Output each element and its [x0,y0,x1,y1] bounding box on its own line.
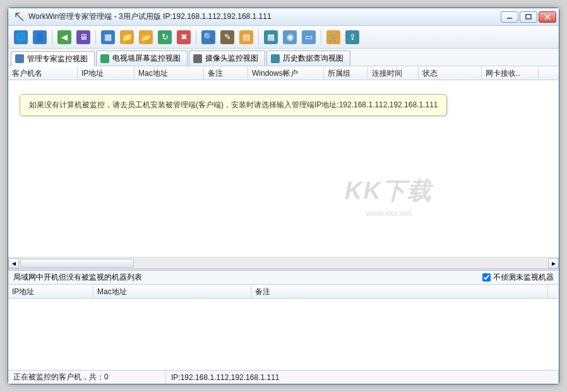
tab-label: 摄像头监控视图 [205,53,258,64]
status-ip: IP:192.168.1.112,192.168.1.111 [166,371,559,384]
no-detect-checkbox[interactable]: 不侦测未监视机器 [482,272,554,283]
column-header[interactable]: IP地址 [78,66,134,80]
horizontal-scrollbar[interactable]: ◂ ▸ [8,257,559,268]
edit-icon: ✎ [220,30,234,44]
tab-label: 电视墙屏幕监控视图 [112,53,181,64]
tab-label: 历史数据查询视图 [283,53,343,64]
toolbar-separator [52,30,52,45]
wall-button[interactable]: ▩ [262,28,280,46]
panel-body [8,299,559,370]
grid-button[interactable]: ▤ [237,28,255,46]
column-header[interactable]: Mac地址 [134,66,204,80]
wall-icon: ▩ [264,30,278,44]
export-button[interactable]: ⇪ [343,28,361,46]
search-icon: 🔍 [201,30,215,44]
titlebar: WorkWin管理专家管理端 - 3用户试用版 IP:192.168.1.112… [8,8,559,26]
window-controls [501,11,556,23]
globe-icon: 🌐 [14,30,28,44]
column-header[interactable]: 客户机名 [8,66,78,80]
screens-icon: ▦ [101,30,115,44]
tab-icon [100,54,109,63]
edit-button[interactable]: ✎ [218,28,236,46]
window-icon: ▭ [302,30,316,44]
arrow-left-button[interactable]: ◀ [56,28,73,46]
column-header[interactable]: 状态 [419,66,482,80]
cart-button[interactable]: 🛒 [325,28,342,46]
tab-camera[interactable]: 摄像头监控视图 [189,50,265,66]
app-icon [15,12,25,22]
toolbar-separator [196,30,196,45]
minimize-button[interactable] [501,11,518,23]
watermark: KK下载 www.kkx.net [345,175,433,218]
tab-monitor[interactable]: 管理专家监控视图 [11,51,95,66]
scroll-thumb[interactable] [20,259,134,268]
status-clients: 正在被监控的客户机，共：0 [8,371,166,384]
panel-grid-header: IP地址Mac地址备注 [8,285,559,299]
monitor-icon: 🖥 [76,30,90,44]
app-window: WorkWin管理专家管理端 - 3用户试用版 IP:192.168.1.112… [8,8,559,384]
column-header[interactable]: 备注 [204,66,248,80]
column-header[interactable]: 连接时间 [368,66,419,80]
globe-button[interactable]: 🌐 [12,28,30,46]
cart-icon: 🛒 [326,30,340,44]
user-button[interactable]: 👤 [31,28,49,46]
panel-title: 局域网中开机但没有被监视的机器列表 [13,272,482,283]
export-icon: ⇪ [345,30,359,44]
grid-header: 客户机名IP地址Mac地址备注Windows帐户所属组连接时间状态网卡接收.. [8,66,559,80]
capture-button[interactable]: ◉ [281,28,299,46]
toolbar-separator [95,30,96,45]
toolbar: 🌐👤◀🖥▦📁📂↻✖🔍✎▤▩◉▭🛒⇪ [8,26,559,49]
screens-button[interactable]: ▦ [99,28,117,46]
refresh-button[interactable]: ↻ [156,28,174,46]
tab-icon [271,54,280,63]
folder-button[interactable]: 📁 [118,28,136,46]
column-header[interactable]: Windows帐户 [248,66,324,80]
unmonitored-panel: 局域网中开机但没有被监视的机器列表 不侦测未监视机器 IP地址Mac地址备注 [8,270,559,370]
hint-balloon: 如果没有计算机被监控，请去员工机安装被管理端(客户端)，安装时请选择输入管理端I… [20,94,447,116]
scroll-track[interactable] [19,258,548,268]
panel-header: 局域网中开机但没有被监视的机器列表 不侦测未监视机器 [8,271,559,285]
toolbar-separator [321,30,321,45]
tab-icon [193,54,202,63]
view-tabs: 管理专家监控视图电视墙屏幕监控视图摄像头监控视图历史数据查询视图 [8,49,559,66]
panel-column-header[interactable]: 备注 [251,285,548,298]
close-button[interactable] [539,11,556,23]
arrow-left-icon: ◀ [57,30,71,44]
svg-rect-1 [526,15,531,19]
tab-history[interactable]: 历史数据查询视图 [266,50,350,66]
tab-icon [15,54,24,63]
window-title: WorkWin管理专家管理端 - 3用户试用版 IP:192.168.1.112… [28,11,501,22]
scroll-right-button[interactable]: ▸ [548,258,559,268]
tab-label: 管理专家监控视图 [27,54,88,64]
refresh-icon: ↻ [158,30,172,44]
stop-button[interactable]: ✖ [175,28,193,46]
panel-column-header[interactable]: Mac地址 [93,285,251,298]
scroll-left-button[interactable]: ◂ [8,258,19,268]
column-header[interactable]: 所属组 [324,66,368,80]
maximize-button[interactable] [520,11,537,23]
client-list-area: 如果没有计算机被监控，请去员工机安装被管理端(客户端)，安装时请选择输入管理端I… [8,80,559,257]
stop-icon: ✖ [177,30,191,44]
search-button[interactable]: 🔍 [200,28,217,46]
folder-open-icon: 📂 [139,30,153,44]
toolbar-separator [258,30,259,45]
statusbar: 正在被监控的客户机，共：0 IP:192.168.1.112,192.168.1… [8,370,559,384]
folder-open-button[interactable]: 📂 [137,28,155,46]
monitor-button[interactable]: 🖥 [75,28,92,46]
no-detect-checkbox-input[interactable] [482,273,491,282]
user-icon: 👤 [33,30,47,44]
folder-icon: 📁 [120,30,134,44]
column-header[interactable]: 网卡接收.. [482,66,539,80]
panel-column-header[interactable]: IP地址 [8,285,93,298]
capture-icon: ◉ [283,30,297,44]
tab-tvwall[interactable]: 电视墙屏幕监控视图 [96,50,188,66]
window-button[interactable]: ▭ [300,28,318,46]
grid-icon: ▤ [239,30,253,44]
